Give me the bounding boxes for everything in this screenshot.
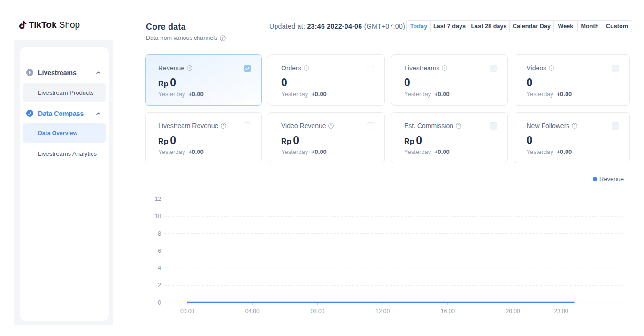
svg-text:10: 10 bbox=[155, 213, 161, 220]
svg-text:8: 8 bbox=[158, 230, 161, 237]
svg-text:12: 12 bbox=[155, 196, 161, 202]
svg-text:0: 0 bbox=[158, 299, 161, 306]
svg-text:4: 4 bbox=[158, 265, 161, 271]
svg-text:08:00: 08:00 bbox=[310, 308, 324, 314]
svg-text:16:00: 16:00 bbox=[441, 308, 455, 314]
svg-text:2: 2 bbox=[158, 282, 161, 289]
svg-text:6: 6 bbox=[158, 248, 161, 254]
svg-text:23:00: 23:00 bbox=[554, 308, 568, 314]
svg-text:20:00: 20:00 bbox=[506, 308, 520, 314]
svg-text:Revenue: Revenue bbox=[599, 176, 624, 183]
svg-text:04:00: 04:00 bbox=[245, 308, 260, 314]
svg-text:12:00: 12:00 bbox=[376, 308, 390, 314]
svg-text:00:00: 00:00 bbox=[180, 308, 194, 314]
